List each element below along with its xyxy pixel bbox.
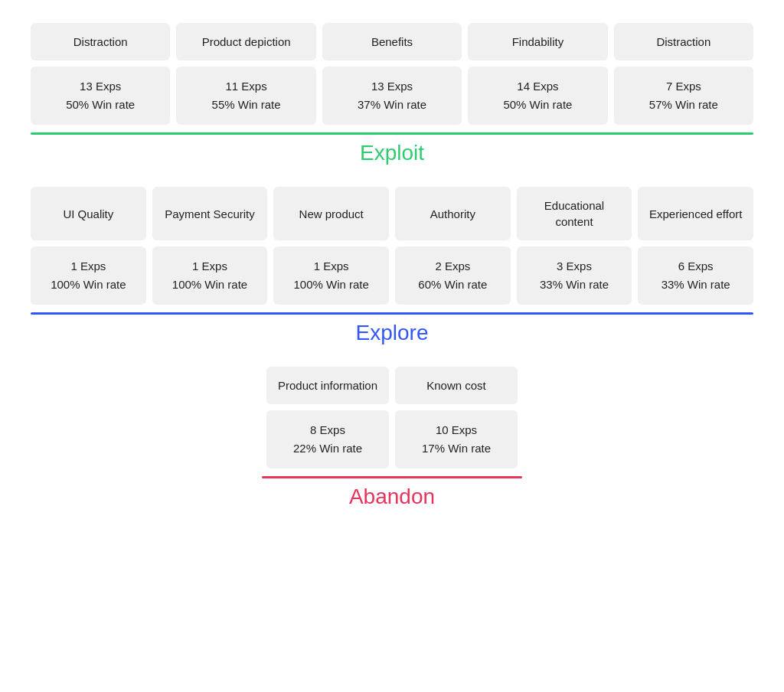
abandon-labels-row: Product information Known cost: [31, 367, 753, 404]
explore-label-0: UI Quality: [31, 187, 146, 240]
explore-label-5: Experienced effort: [638, 187, 753, 240]
exploit-stats-row: 13 Exps 50% Win rate 11 Exps 55% Win rat…: [31, 67, 753, 125]
abandon-label-1: Known cost: [395, 367, 518, 404]
abandon-stats-1: 10 Exps 17% Win rate: [395, 410, 518, 468]
explore-section: UI Quality Payment Security New product …: [31, 187, 753, 345]
abandon-divider: [262, 476, 522, 478]
exploit-title: Exploit: [31, 141, 753, 165]
abandon-title: Abandon: [31, 485, 753, 509]
exploit-stats-0: 13 Exps 50% Win rate: [31, 67, 170, 125]
abandon-stats-row: 8 Exps 22% Win rate 10 Exps 17% Win rate: [31, 410, 753, 468]
exploit-labels-row: Distraction Product depiction Benefits F…: [31, 23, 753, 60]
exploit-label-4: Distraction: [614, 23, 753, 60]
exploit-stats-3: 14 Exps 50% Win rate: [468, 67, 607, 125]
exploit-label-3: Findability: [468, 23, 607, 60]
explore-label-4: Educational content: [517, 187, 632, 240]
exploit-label-2: Benefits: [322, 23, 462, 60]
explore-stats-5: 6 Exps 33% Win rate: [638, 246, 753, 305]
explore-stats-row: 1 Exps 100% Win rate 1 Exps 100% Win rat…: [31, 246, 753, 305]
explore-stats-4: 3 Exps 33% Win rate: [517, 246, 632, 305]
abandon-label-0: Product information: [266, 367, 389, 404]
explore-labels-row: UI Quality Payment Security New product …: [31, 187, 753, 240]
explore-stats-3: 2 Exps 60% Win rate: [395, 246, 511, 305]
explore-label-2: New product: [273, 187, 389, 240]
explore-stats-0: 1 Exps 100% Win rate: [31, 246, 146, 305]
exploit-stats-1: 11 Exps 55% Win rate: [176, 67, 315, 125]
exploit-section: Distraction Product depiction Benefits F…: [31, 23, 753, 165]
explore-title: Explore: [31, 321, 753, 345]
exploit-stats-4: 7 Exps 57% Win rate: [614, 67, 753, 125]
exploit-divider: [31, 132, 753, 135]
page: Distraction Product depiction Benefits F…: [15, 15, 769, 561]
explore-label-3: Authority: [395, 187, 511, 240]
explore-stats-2: 1 Exps 100% Win rate: [273, 246, 389, 305]
abandon-section: Product information Known cost 8 Exps 22…: [31, 367, 753, 509]
explore-divider: [31, 312, 753, 315]
exploit-label-1: Product depiction: [176, 23, 315, 60]
exploit-stats-2: 13 Exps 37% Win rate: [322, 67, 462, 125]
explore-label-1: Payment Security: [152, 187, 268, 240]
explore-stats-1: 1 Exps 100% Win rate: [152, 246, 268, 305]
abandon-stats-0: 8 Exps 22% Win rate: [266, 410, 389, 468]
exploit-label-0: Distraction: [31, 23, 170, 60]
